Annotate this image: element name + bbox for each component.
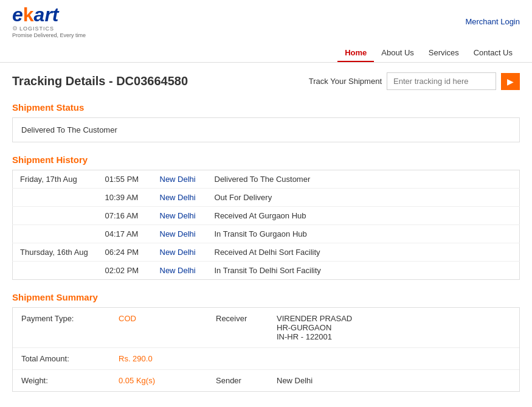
history-row: 10:39 AM New Delhi Out For Delivery xyxy=(13,189,520,207)
summary-row: Total Amount: Rs. 290.0 xyxy=(13,348,519,370)
history-row: Thursday, 16th Aug 06:24 PM New Delhi Re… xyxy=(13,243,520,262)
track-shipment-area: Track Your Shipment ▶ xyxy=(309,72,520,90)
summary-label: Total Amount: xyxy=(21,354,119,363)
track-arrow-icon: ▶ xyxy=(507,77,514,86)
summary-box: Payment Type: COD Receiver VIRENDER PRAS… xyxy=(12,307,520,392)
history-time: 04:17 AM xyxy=(98,225,153,243)
history-status: In Transit To Delhi Sort Facility xyxy=(207,262,520,280)
track-submit-button[interactable]: ▶ xyxy=(501,73,520,90)
logo-row: ekart ⚙ LOGISTICS Promise Delivered, Eve… xyxy=(12,5,86,38)
tracking-input[interactable] xyxy=(387,72,496,90)
nav: Home About Us Services Contact Us xyxy=(12,41,520,62)
summary-right-value: VIRENDER PRASADHR-GURGAONIN-HR - 122001 xyxy=(277,314,352,341)
summary-right-label: Receiver xyxy=(216,314,277,323)
logo-logistics-label: LOGISTICS xyxy=(19,26,54,32)
summary-value: COD xyxy=(119,314,216,323)
main-content: Tracking Details - DC03664580 Track Your… xyxy=(0,63,532,402)
history-row: 07:16 AM New Delhi Received At Gurgaon H… xyxy=(13,207,520,225)
history-date: Thursday, 16th Aug xyxy=(13,243,98,262)
logo-area: ekart ⚙ LOGISTICS Promise Delivered, Eve… xyxy=(12,5,86,38)
history-date: Friday, 17th Aug xyxy=(13,170,98,189)
summary-value: 0.05 Kg(s) xyxy=(119,376,216,385)
history-location: New Delhi xyxy=(153,243,207,262)
summary-label: Weight: xyxy=(21,376,119,385)
page-title: Tracking Details - DC03664580 xyxy=(12,74,188,88)
shipment-history-title: Shipment History xyxy=(12,155,520,165)
summary-row: Payment Type: COD Receiver VIRENDER PRAS… xyxy=(13,308,519,348)
nav-item-contact[interactable]: Contact Us xyxy=(466,43,520,62)
history-status: Received At Gurgaon Hub xyxy=(207,207,520,225)
nav-item-services[interactable]: Services xyxy=(421,43,466,62)
history-location: New Delhi xyxy=(153,225,207,243)
history-status: In Transit To Gurgaon Hub xyxy=(207,225,520,243)
shipment-status-text: Delivered To The Customer xyxy=(21,125,117,134)
shipment-status-box: Delivered To The Customer xyxy=(12,117,520,142)
history-time: 02:02 PM xyxy=(98,262,153,280)
summary-right-value: New Delhi xyxy=(277,376,313,385)
history-date xyxy=(13,262,98,280)
nav-item-home[interactable]: Home xyxy=(337,43,374,62)
track-label: Track Your Shipment xyxy=(309,77,382,86)
history-date xyxy=(13,189,98,207)
history-date xyxy=(13,207,98,225)
tracking-header-row: Tracking Details - DC03664580 Track Your… xyxy=(12,72,520,90)
logo-text: ekart xyxy=(12,5,59,24)
logo: ekart ⚙ LOGISTICS Promise Delivered, Eve… xyxy=(12,5,86,38)
history-status: Delivered To The Customer xyxy=(207,170,520,189)
summary-row: Weight: 0.05 Kg(s) Sender New Delhi xyxy=(13,370,519,391)
summary-right-label: Sender xyxy=(216,376,277,385)
shipment-summary-title: Shipment Summary xyxy=(12,292,520,302)
history-location: New Delhi xyxy=(153,207,207,225)
history-row: Friday, 17th Aug 01:55 PM New Delhi Deli… xyxy=(13,170,520,189)
header-top: ekart ⚙ LOGISTICS Promise Delivered, Eve… xyxy=(12,0,520,41)
history-location: New Delhi xyxy=(153,170,207,189)
history-time: 07:16 AM xyxy=(98,207,153,225)
history-location: New Delhi xyxy=(153,189,207,207)
summary-label: Payment Type: xyxy=(21,314,119,323)
history-status: Out For Delivery xyxy=(207,189,520,207)
nav-item-about[interactable]: About Us xyxy=(374,43,421,62)
history-row: 02:02 PM New Delhi In Transit To Delhi S… xyxy=(13,262,520,280)
summary-value: Rs. 290.0 xyxy=(119,354,216,363)
history-time: 06:24 PM xyxy=(98,243,153,262)
history-status: Received At Delhi Sort Facility xyxy=(207,243,520,262)
history-row: 04:17 AM New Delhi In Transit To Gurgaon… xyxy=(13,225,520,243)
history-table: Friday, 17th Aug 01:55 PM New Delhi Deli… xyxy=(12,170,520,280)
history-location: New Delhi xyxy=(153,262,207,280)
merchant-login-link[interactable]: Merchant Login xyxy=(465,17,520,26)
history-date xyxy=(13,225,98,243)
logo-logistics-row: ⚙ LOGISTICS xyxy=(12,25,86,32)
header: ekart ⚙ LOGISTICS Promise Delivered, Eve… xyxy=(0,0,532,63)
history-time: 01:55 PM xyxy=(98,170,153,189)
logo-tagline: Promise Delivered, Every time xyxy=(12,32,86,38)
shipment-status-title: Shipment Status xyxy=(12,102,520,113)
history-time: 10:39 AM xyxy=(98,189,153,207)
